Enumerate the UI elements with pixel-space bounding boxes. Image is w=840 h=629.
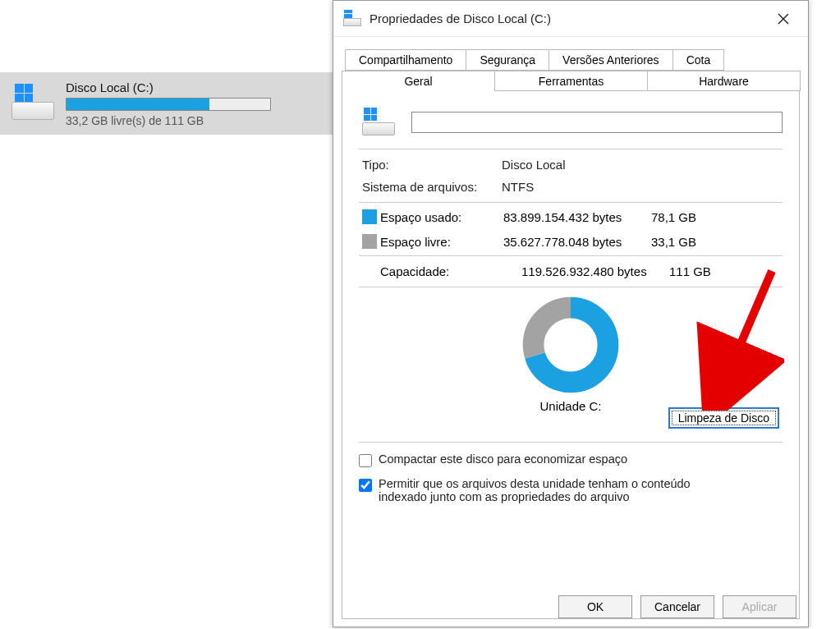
capacity-gb: 111 GB bbox=[669, 264, 735, 278]
drive-icon bbox=[11, 87, 54, 120]
tab-segurança[interactable]: Segurança bbox=[466, 49, 549, 71]
drive-list-item[interactable]: Disco Local (C:) 33,2 GB livre(s) de 111… bbox=[0, 72, 333, 135]
used-color-swatch bbox=[362, 209, 377, 224]
filesystem-value: NTFS bbox=[502, 180, 779, 194]
tab-geral[interactable]: Geral bbox=[342, 71, 495, 91]
free-gb: 33,1 GB bbox=[651, 235, 717, 249]
tab-compartilhamento[interactable]: Compartilhamento bbox=[345, 49, 466, 71]
apply-button: Aplicar bbox=[723, 595, 796, 618]
used-gb: 78,1 GB bbox=[651, 210, 717, 224]
type-value: Disco Local bbox=[502, 158, 779, 172]
free-color-swatch bbox=[362, 234, 377, 249]
drive-icon bbox=[362, 109, 395, 135]
titlebar[interactable]: Propriedades de Disco Local (C:) bbox=[333, 1, 808, 37]
index-label: Permitir que os arquivos desta unidade t… bbox=[379, 477, 691, 503]
tab-panel-general: Tipo: Disco Local Sistema de arquivos: N… bbox=[342, 90, 800, 619]
close-icon bbox=[778, 13, 789, 25]
compress-checkbox-row[interactable]: Compactar este disco para economizar esp… bbox=[359, 452, 783, 467]
tab-ferramentas[interactable]: Ferramentas bbox=[494, 71, 648, 91]
filesystem-label: Sistema de arquivos: bbox=[362, 180, 502, 194]
drive-icon bbox=[343, 11, 361, 26]
index-checkbox[interactable] bbox=[359, 479, 372, 492]
compress-checkbox[interactable] bbox=[359, 454, 372, 467]
drive-subtitle: 33,2 GB livre(s) de 111 GB bbox=[66, 114, 321, 127]
disk-cleanup-label: Limpeza de Disco bbox=[678, 411, 769, 425]
ok-button[interactable]: OK bbox=[558, 595, 632, 618]
capacity-label: Capacidade: bbox=[380, 264, 521, 278]
disk-usage-chart bbox=[521, 296, 620, 394]
close-button[interactable] bbox=[765, 6, 801, 32]
free-bytes: 35.627.778.048 bytes bbox=[503, 235, 651, 249]
volume-name-input[interactable] bbox=[411, 112, 783, 133]
tab-hardware[interactable]: Hardware bbox=[647, 71, 801, 91]
used-bytes: 83.899.154.432 bytes bbox=[503, 210, 651, 224]
properties-dialog: Propriedades de Disco Local (C:) Compart… bbox=[333, 0, 809, 627]
capacity-bytes: 119.526.932.480 bytes bbox=[521, 264, 669, 278]
dialog-title: Propriedades de Disco Local (C:) bbox=[370, 11, 765, 25]
compress-label: Compactar este disco para economizar esp… bbox=[379, 452, 627, 466]
used-label: Espaço usado: bbox=[380, 210, 503, 224]
free-label: Espaço livre: bbox=[380, 235, 503, 249]
tab-versões-anteriores[interactable]: Versões Anteriores bbox=[549, 49, 673, 71]
drive-usage-bar bbox=[66, 98, 271, 111]
tab-cota[interactable]: Cota bbox=[672, 49, 725, 71]
cancel-button[interactable]: Cancelar bbox=[640, 595, 714, 618]
index-checkbox-row[interactable]: Permitir que os arquivos desta unidade t… bbox=[359, 477, 783, 503]
drive-title: Disco Local (C:) bbox=[66, 80, 321, 94]
disk-cleanup-button[interactable]: Limpeza de Disco bbox=[668, 407, 779, 429]
type-label: Tipo: bbox=[362, 158, 502, 172]
